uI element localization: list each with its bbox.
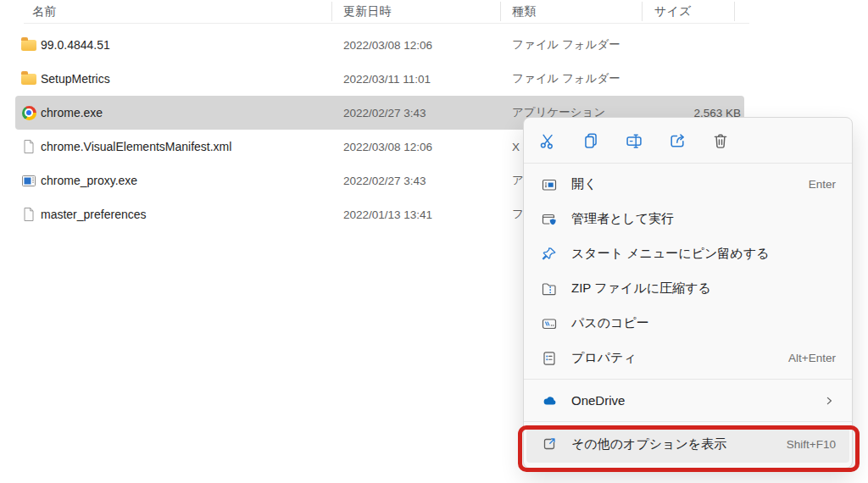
file-name[interactable]: chrome.exe [41, 106, 103, 119]
zip-folder-icon [541, 280, 558, 297]
column-header-type[interactable]: 種類 [512, 4, 536, 19]
admin-shield-icon [541, 211, 558, 228]
file-name[interactable]: chrome_proxy.exe [41, 174, 137, 187]
delete-icon[interactable] [711, 131, 730, 150]
chevron-right-icon [822, 394, 836, 408]
file-type: ア [512, 173, 524, 188]
column-divider[interactable] [500, 2, 501, 21]
menu-item-label: 開く [571, 176, 597, 192]
file-date-modified: 2022/03/08 12:06 [343, 39, 432, 52]
menu-item-label: OneDrive [571, 393, 625, 408]
file-date-modified: 2022/02/27 3:43 [343, 175, 426, 187]
header-underline [24, 23, 749, 24]
file-name[interactable]: SetupMetrics [41, 72, 110, 86]
copy-icon[interactable] [581, 131, 600, 150]
show-more-options-icon [541, 436, 558, 452]
onedrive-cloud-icon [541, 392, 558, 409]
file-date-modified: 2022/01/13 13:41 [343, 208, 432, 221]
application-icon [21, 173, 36, 188]
menu-item-label: 管理者として実行 [571, 211, 674, 227]
chrome-icon [21, 105, 36, 120]
menu-separator [524, 421, 852, 422]
file-type: ファイル フォルダー [512, 37, 620, 53]
file-date-modified: 2022/03/08 12:06 [343, 141, 432, 153]
folder-icon [21, 37, 36, 53]
explorer-file-pane: 名前 更新日時 種類 サイズ 99.0.4844.51 2022/03/08 1… [0, 0, 868, 483]
menu-separator [524, 379, 852, 380]
share-icon[interactable] [668, 131, 687, 150]
menu-item-label: ZIP ファイルに圧縮する [571, 280, 711, 297]
menu-item-properties[interactable]: プロパティ Alt+Enter [524, 341, 852, 375]
file-row[interactable]: SetupMetrics 2022/03/11 11:01 ファイル フォルダー [15, 62, 744, 96]
document-icon [21, 139, 36, 154]
file-name[interactable]: master_preferences [41, 208, 147, 221]
file-date-modified: 2022/03/11 11:01 [343, 73, 431, 86]
cut-icon[interactable] [538, 131, 557, 150]
document-icon [21, 207, 36, 222]
file-type: フ [512, 207, 524, 222]
copy-path-icon [541, 315, 558, 332]
column-divider[interactable] [734, 2, 735, 21]
menu-item-compress-to-zip[interactable]: ZIP ファイルに圧縮する [524, 271, 852, 306]
menu-item-label: パスのコピー [571, 315, 649, 331]
open-app-window-icon [541, 176, 558, 193]
context-menu: 開く Enter 管理者として実行 スタート メニューにピン留めする [523, 117, 853, 469]
pin-icon [541, 246, 558, 263]
menu-item-run-as-administrator[interactable]: 管理者として実行 [524, 202, 852, 236]
column-divider[interactable] [331, 2, 332, 21]
column-header-name[interactable]: 名前 [32, 4, 56, 19]
file-name[interactable]: chrome.VisualElementsManifest.xml [41, 140, 231, 153]
menu-item-onedrive[interactable]: OneDrive [524, 383, 852, 418]
file-type: ファイル フォルダー [512, 71, 620, 86]
menu-item-pin-to-start[interactable]: スタート メニューにピン留めする [524, 236, 852, 271]
menu-item-shortcut: Shift+F10 [787, 438, 836, 451]
menu-item-shortcut: Enter [809, 178, 836, 191]
menu-item-copy-as-path[interactable]: パスのコピー [524, 306, 852, 341]
file-type: X [512, 141, 520, 153]
column-header-size[interactable]: サイズ [654, 4, 692, 19]
menu-item-shortcut: Alt+Enter [788, 352, 836, 364]
context-menu-toolbar [524, 118, 852, 163]
menu-item-label: スタート メニューにピン留めする [571, 246, 769, 262]
column-divider[interactable] [642, 2, 643, 21]
menu-item-show-more-options[interactable]: その他のオプションを表示 Shift+F10 [526, 425, 849, 463]
properties-icon [541, 350, 558, 367]
list-column-header: 名前 更新日時 種類 サイズ [0, 0, 868, 24]
file-date-modified: 2022/02/27 3:43 [343, 107, 426, 119]
menu-item-open[interactable]: 開く Enter [524, 167, 852, 202]
menu-item-label: プロパティ [571, 350, 637, 366]
file-row[interactable]: 99.0.4844.51 2022/03/08 12:06 ファイル フォルダー [15, 28, 744, 62]
menu-item-label: その他のオプションを表示 [571, 436, 726, 452]
column-header-date-modified[interactable]: 更新日時 [343, 4, 392, 19]
file-name[interactable]: 99.0.4844.51 [41, 38, 110, 52]
folder-icon [21, 71, 36, 86]
rename-icon[interactable] [625, 131, 643, 150]
